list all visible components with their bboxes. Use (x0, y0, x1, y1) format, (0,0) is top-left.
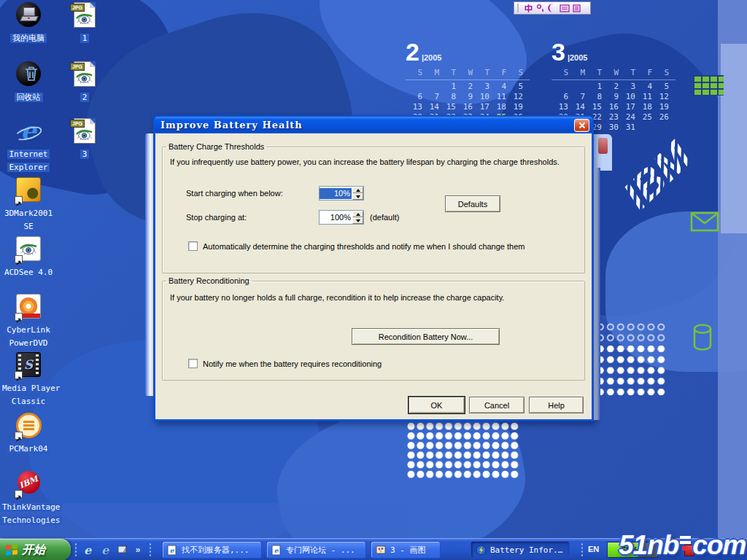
calendar-year: |2005 (422, 53, 442, 62)
ie-page-icon: e (167, 545, 178, 556)
spin-down-button[interactable] (352, 193, 363, 200)
jpg-file-icon: JPG (71, 61, 98, 88)
icon-label: CyberLinkPowerDVD (0, 322, 57, 349)
task-label: Battery Infor... (490, 545, 565, 555)
chinese-mode-icon[interactable] (524, 4, 533, 13)
defaults-button[interactable]: Defaults (445, 195, 500, 212)
desktop-file-jpg-2[interactable]: JPG 2 (58, 61, 111, 103)
icon-label: 3 (58, 147, 111, 160)
taskbar-task-2[interactable]: e 专门网论坛 - ... (266, 541, 366, 559)
jpg-badge: JPG (70, 4, 85, 12)
cancel-button[interactable]: Cancel (469, 397, 525, 413)
calendar-weekday-header: S (506, 68, 523, 77)
outlook-express-icon[interactable]: e (98, 542, 112, 557)
jpg-badge: JPG (70, 120, 85, 128)
desktop-file-jpg-3[interactable]: JPG 3 (58, 118, 111, 160)
notify-recondition-checkbox[interactable] (188, 359, 198, 368)
help-button[interactable]: Help (529, 397, 584, 413)
icon-label: InternetExplorer (0, 147, 57, 173)
taskbar-task-3[interactable]: 3 - 画图 (371, 541, 441, 559)
spreadsheet-grid-icon (693, 75, 724, 96)
calendar-weekday-header: S (652, 68, 669, 77)
windows-logo-icon (6, 544, 18, 556)
desktop-icon-pcmark[interactable]: PCMark04 (0, 413, 57, 454)
group-title: Battery Reconditioning (166, 276, 252, 285)
calendar-weekday-header: T (473, 68, 489, 77)
calendar-weekday-header: S (406, 68, 422, 77)
stop-threshold-value[interactable]: 100% (320, 211, 352, 224)
start-threshold-spinner[interactable]: 10% (319, 186, 364, 201)
ok-button[interactable]: OK (409, 397, 465, 413)
start-threshold-value[interactable]: 10% (320, 188, 352, 199)
calendar-weekday-header: T (619, 68, 635, 77)
desktop-icon-internet-explorer[interactable]: e InternetExplorer (0, 118, 57, 173)
desktop-icon-mpc[interactable]: S Media PlayerClassic (0, 352, 57, 407)
filled-dots-pattern-bottom (406, 421, 519, 480)
calendar-weekday-header: M (422, 68, 439, 77)
internet-explorer-icon[interactable]: e (80, 542, 95, 557)
mpc-icon: S (15, 352, 42, 378)
jpg-badge: JPG (70, 63, 85, 71)
shortcut-arrow-icon (15, 490, 23, 498)
auto-determine-checkbox[interactable] (188, 241, 198, 251)
desktop-icon-recycle-bin[interactable]: 回收站 (0, 61, 57, 103)
51nb-watermark: 51nbcom (619, 530, 746, 560)
calendar-weekday-header: M (568, 68, 585, 77)
show-desktop-icon[interactable] (115, 542, 130, 557)
calendar-weekday-header: F (635, 68, 652, 77)
icon-label: ThinkVantageTechnologies (0, 499, 57, 526)
pcmark-icon (15, 413, 42, 439)
task-label: 找不到服务器,... (182, 545, 249, 556)
desktop-icon-my-computer[interactable]: 我的电脑 (0, 2, 57, 44)
close-icon[interactable] (574, 119, 589, 132)
start-charging-label: Start charging when below: (186, 189, 283, 198)
stop-threshold-spinner[interactable]: 100% (319, 210, 364, 225)
punctuation-icon[interactable] (536, 4, 545, 12)
acdsee-icon (15, 236, 42, 262)
icon-label: PCMark04 (0, 441, 57, 454)
svg-text:IBM: IBM (614, 132, 701, 218)
icon-label: 2 (58, 90, 111, 103)
soft-keyboard-icon[interactable] (560, 4, 570, 12)
3dmark-icon (15, 177, 42, 203)
filled-dots-pattern-right (595, 343, 666, 398)
language-indicator[interactable]: EN (588, 545, 599, 553)
calendar-weekday-header: W (456, 68, 473, 77)
calendar-weekday-header: T (585, 68, 602, 77)
threshold-description: If you infrequently use battery power, y… (170, 158, 560, 166)
taskbar-task-4[interactable]: Battery Infor... (471, 541, 570, 559)
notify-recondition-checkbox-label: Notify me when the battery requires reco… (203, 359, 382, 368)
quick-launch-chevron[interactable]: » (133, 542, 143, 557)
ring-dots-pattern (595, 322, 666, 343)
shortcut-arrow-icon (15, 371, 23, 379)
paint-icon (376, 545, 387, 556)
ime-menu-icon[interactable] (573, 4, 581, 12)
tray-separator (581, 542, 584, 557)
desktop-file-jpg-1[interactable]: JPG 1 (58, 2, 111, 44)
ie-page-icon: e (271, 545, 282, 556)
powerdvd-icon (15, 294, 42, 320)
shape-toggle-icon[interactable] (548, 4, 557, 12)
taskbar-task-1[interactable]: e 找不到服务器,... (162, 541, 262, 559)
recondition-battery-button[interactable]: Recondition Battery Now... (352, 328, 500, 345)
ime-language-bar[interactable] (514, 1, 591, 15)
desktop-icon-thinkvantage[interactable]: IBM ThinkVantageTechnologies (0, 471, 57, 526)
desktop-icon-powerdvd[interactable]: CyberLinkPowerDVD (0, 294, 57, 349)
spin-up-button[interactable] (352, 187, 363, 193)
stop-charging-label: Stop charging at: (186, 213, 247, 222)
shortcut-arrow-icon (15, 255, 23, 263)
calendar-weekday-header: T (439, 68, 456, 77)
desktop-icon-acdsee[interactable]: ACDSee 4.0 (0, 236, 57, 278)
dialog-titlebar[interactable]: Improve Battery Health (155, 117, 592, 133)
dialog-title: Improve Battery Health (160, 120, 303, 131)
task-label: 专门网论坛 - ... (286, 545, 355, 556)
icon-label: Media PlayerClassic (0, 381, 57, 407)
shortcut-arrow-icon (15, 196, 23, 204)
start-button[interactable]: 开始 (0, 539, 71, 560)
ime-drag-handle[interactable] (517, 4, 521, 12)
spin-down-button[interactable] (352, 217, 363, 224)
desktop-icon-3dmark[interactable]: 3DMark2001SE (0, 177, 57, 232)
jpg-file-icon: JPG (71, 118, 98, 144)
spin-up-button[interactable] (352, 211, 363, 217)
battery-icon (476, 545, 487, 556)
